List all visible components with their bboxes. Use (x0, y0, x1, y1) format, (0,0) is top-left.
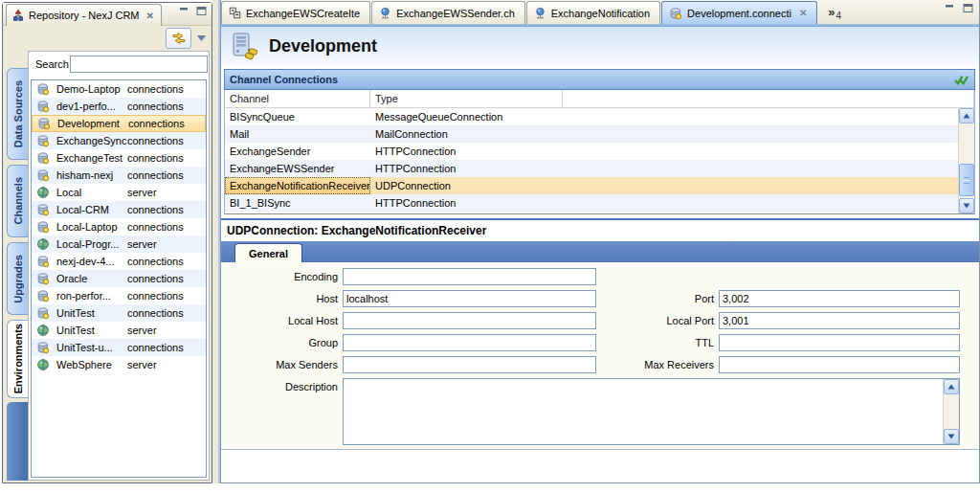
side-tab-environments[interactable]: Environments (7, 320, 28, 398)
close-icon[interactable]: ✕ (799, 8, 807, 18)
cell-channel: Mail (225, 128, 370, 140)
database-key-icon (36, 100, 50, 113)
minimize-icon[interactable] (179, 7, 189, 15)
channel-icon (379, 7, 391, 19)
side-tab-data-sources[interactable]: Data Sources (7, 68, 28, 160)
item-name: Oracle (56, 273, 87, 284)
cell-type: MessageQueueConnection (370, 111, 563, 123)
table-row-mail[interactable]: MailMailConnection (225, 125, 974, 143)
field-group[interactable] (343, 334, 596, 351)
field-local-host[interactable] (343, 312, 596, 329)
repository-item-ron-perfor-[interactable]: ron-perfor...connections (32, 287, 206, 304)
repository-view-title: Repository - NexJ CRM (29, 10, 140, 21)
minimize-icon[interactable] (945, 4, 955, 12)
repository-item-websphere[interactable]: WebSphereserver (32, 356, 206, 373)
item-type: server (127, 187, 157, 198)
scroll-down-icon[interactable] (959, 198, 974, 213)
table-row-bi_1_bisync[interactable]: BI_1_BISyncHTTPConnection (225, 194, 974, 212)
panel-sash[interactable] (212, 0, 220, 483)
label-ttl: TTL (599, 334, 714, 348)
side-tab-upgrades[interactable]: Upgrades (7, 242, 28, 315)
close-icon[interactable]: ✕ (146, 11, 154, 21)
repository-item-exchangetest[interactable]: ExchangeTestconnections (32, 149, 206, 167)
editor-tab-development-connecti[interactable]: Development.connecti✕ (661, 1, 817, 24)
hidden-tabs-count: 4 (836, 11, 842, 21)
editor-tab-label: ExchangeNotification (551, 8, 650, 19)
cell-type: HTTPConnection (370, 197, 563, 209)
repository-item-nexj-dev-4-[interactable]: nexj-dev-4...connections (32, 253, 206, 270)
page-title: Development (269, 36, 377, 56)
scroll-down-icon[interactable] (944, 429, 959, 444)
repository-item-hisham-nexj[interactable]: hisham-nexjconnections (32, 167, 206, 184)
scrollbar-thumb[interactable] (959, 164, 974, 196)
repository-item-demo-laptop[interactable]: Demo-Laptopconnections (32, 80, 206, 98)
item-name: Local (56, 187, 81, 198)
item-type: connections (127, 204, 184, 215)
repository-item-unittest[interactable]: UnitTestserver (32, 322, 206, 339)
table-row-exchangesender[interactable]: ExchangeSenderHTTPConnection (225, 143, 974, 160)
item-name: UnitTest (56, 307, 95, 319)
repository-view-tab[interactable]: Repository - NexJ CRM ✕ (6, 4, 162, 26)
item-name: ExchangeSync (56, 135, 126, 146)
repository-item-exchangesync[interactable]: ExchangeSyncconnections (32, 132, 206, 149)
table-row-exchangeewssender[interactable]: ExchangeEWSSenderHTTPConnection (225, 160, 974, 177)
repository-item-local[interactable]: Localserver (32, 184, 206, 201)
scroll-up-icon[interactable] (944, 379, 959, 394)
field-ttl[interactable] (719, 334, 960, 351)
field-encoding[interactable] (343, 268, 596, 285)
editor-tab-exchangenotification[interactable]: ExchangeNotification (526, 1, 660, 24)
item-type: connections (127, 221, 184, 233)
table-row-bisyncqueue[interactable]: BISyncQueueMessageQueueConnection (225, 108, 974, 125)
connection-form: EncodingHostLocal HostGroupMax SendersPo… (221, 262, 979, 450)
field-description[interactable] (343, 378, 960, 445)
field-host[interactable] (343, 290, 596, 307)
detail-section-title: UDPConnection: ExchangeNotificationRecei… (221, 224, 486, 237)
editor-tab-exchangeewscreateite[interactable]: ExchangeEWSCreateIte (221, 1, 370, 24)
description-scrollbar[interactable] (943, 379, 959, 444)
database-key-icon (37, 117, 51, 130)
maximize-icon[interactable] (963, 4, 973, 12)
cell-channel: ExchangeNotificationReceiver (225, 177, 370, 194)
label-max-receivers: Max Receivers (599, 356, 714, 370)
item-name: UnitTest-u... (56, 342, 113, 353)
field-port[interactable] (719, 290, 960, 307)
maximize-icon[interactable] (196, 7, 207, 15)
column-header-blank[interactable] (563, 90, 974, 107)
item-name: Local-CRM (56, 204, 109, 215)
table-row-exchangenotificationreceiver[interactable]: ExchangeNotificationReceiverUDPConnectio… (225, 177, 974, 194)
item-name: dev1-perfo... (56, 101, 116, 112)
column-header-channel[interactable]: Channel (225, 90, 370, 107)
scroll-up-icon[interactable] (959, 108, 974, 123)
item-type: connections (128, 118, 185, 129)
editor-tab-exchangeewssender-ch[interactable]: ExchangeEWSSender.ch (371, 1, 525, 24)
link-with-editor-button[interactable] (166, 28, 191, 49)
column-header-type[interactable]: Type (370, 90, 563, 107)
tab-general[interactable]: General (234, 243, 302, 262)
server-globe-icon (36, 324, 50, 337)
repository-item-unittest[interactable]: UnitTestconnections (32, 304, 206, 322)
link-with-editor-icon (170, 31, 188, 46)
field-max-senders[interactable] (343, 356, 596, 373)
server-globe-icon (36, 358, 50, 371)
side-tab-channels[interactable]: Channels (7, 165, 28, 237)
table-header-row: ChannelType (225, 90, 974, 108)
field-local-port[interactable] (719, 312, 960, 329)
repository-item-development[interactable]: Developmentconnections (32, 115, 206, 132)
field-max-receivers[interactable] (719, 356, 960, 373)
repository-item-oracle[interactable]: Oracleconnections (32, 270, 206, 287)
repository-item-local-progr-[interactable]: Local-Progr...server (32, 235, 206, 253)
item-name: Demo-Laptop (56, 83, 121, 95)
editor-tab-label: ExchangeEWSSender.ch (396, 8, 515, 19)
repository-item-local-crm[interactable]: Local-CRMconnections (32, 201, 206, 218)
table-scrollbar[interactable] (958, 108, 974, 213)
search-input[interactable] (70, 56, 208, 73)
database-key-icon (36, 306, 50, 320)
repository-icon (11, 9, 25, 22)
view-menu-dropdown-icon[interactable] (194, 35, 208, 41)
editor-window-buttons (945, 4, 973, 12)
hidden-tabs-chevron[interactable]: »4 (828, 5, 840, 19)
side-tab-label: Environments (12, 324, 24, 393)
repository-item-unittest-u-[interactable]: UnitTest-u...connections (32, 339, 206, 356)
repository-item-dev1-perfo-[interactable]: dev1-perfo...connections (32, 98, 206, 115)
repository-item-local-laptop[interactable]: Local-Laptopconnections (32, 218, 206, 235)
